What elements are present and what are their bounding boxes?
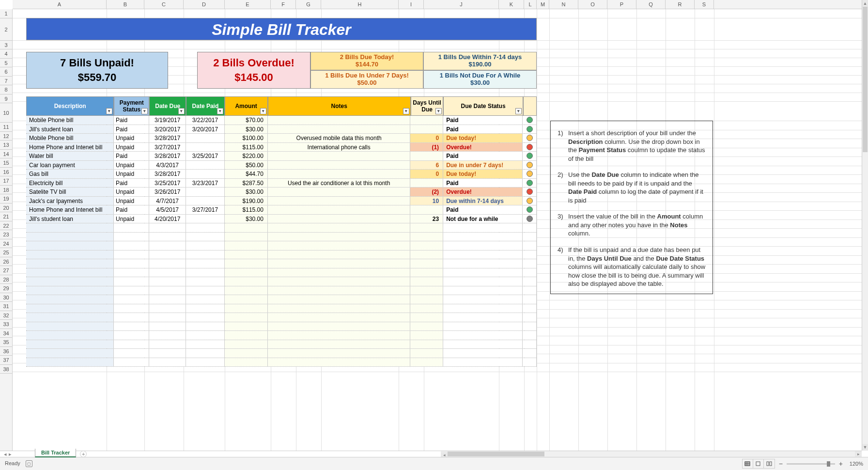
column-header[interactable]: B	[107, 0, 144, 9]
row-header[interactable]: 10	[0, 103, 12, 123]
cell-date-due[interactable]: 4/3/2017	[149, 161, 186, 170]
cell-date-paid[interactable]	[186, 340, 225, 349]
cell-description[interactable]	[26, 268, 114, 277]
header-date-due[interactable]: Date Due▾	[149, 96, 186, 116]
cell-payment-status[interactable]	[114, 223, 149, 232]
cell-days-until-due[interactable]: 0	[410, 170, 443, 178]
column-header[interactable]: R	[666, 0, 695, 9]
cell-notes[interactable]	[268, 286, 410, 295]
cell-date-due[interactable]	[149, 286, 186, 295]
cell-payment-status[interactable]: Unpaid	[114, 197, 149, 205]
row-header[interactable]: 33	[0, 320, 12, 329]
column-header[interactable]: L	[524, 0, 537, 9]
column-header[interactable]: H	[321, 0, 399, 9]
cell-description[interactable]	[26, 349, 114, 358]
cell-amount[interactable]	[225, 259, 268, 268]
cell-date-due[interactable]	[149, 304, 186, 313]
cell-payment-status[interactable]	[114, 313, 149, 322]
cell-date-due[interactable]	[149, 295, 186, 304]
cell-days-until-due[interactable]: 0	[410, 134, 443, 142]
table-row[interactable]: Car loan paymentUnpaid4/3/2017$50.006Due…	[26, 161, 537, 170]
cell-due-date-status[interactable]	[443, 349, 523, 358]
cell-payment-status[interactable]	[114, 251, 149, 259]
cell-date-paid[interactable]: 3/23/2017	[186, 179, 225, 188]
row-header[interactable]: 32	[0, 311, 12, 320]
header-notes[interactable]: Notes▾	[268, 96, 411, 116]
cell-date-due[interactable]: 4/7/2017	[149, 197, 186, 205]
column-header[interactable]: M	[537, 0, 549, 9]
cell-days-until-due[interactable]	[410, 322, 443, 331]
header-days-until-due[interactable]: Days Until Due▾	[411, 96, 443, 116]
zoom-in-button[interactable]: +	[839, 460, 843, 468]
row-header[interactable]: 6	[0, 67, 12, 77]
cell-description[interactable]	[26, 358, 114, 367]
cell-description[interactable]	[26, 304, 114, 313]
column-header[interactable]: J	[424, 0, 499, 9]
table-row[interactable]	[26, 259, 537, 268]
column-header[interactable]: K	[499, 0, 524, 9]
cell-amount[interactable]	[225, 295, 268, 304]
cell-date-paid[interactable]	[186, 143, 225, 152]
cell-days-until-due[interactable]	[410, 205, 443, 214]
cell-days-until-due[interactable]	[410, 304, 443, 313]
row-header[interactable]: 9	[0, 94, 12, 104]
cell-date-due[interactable]	[149, 251, 186, 259]
filter-icon[interactable]: ▾	[178, 108, 185, 114]
row-header[interactable]: 31	[0, 302, 12, 311]
cell-date-paid[interactable]	[186, 295, 225, 304]
cell-due-date-status[interactable]	[443, 233, 523, 241]
cell-description[interactable]: Home Phone and Intenet bill	[26, 143, 114, 152]
cell-days-until-due[interactable]	[410, 152, 443, 160]
table-row[interactable]	[26, 295, 537, 304]
row-header[interactable]: 34	[0, 329, 12, 338]
cell-amount[interactable]: $50.00	[225, 161, 268, 170]
cell-due-date-status[interactable]	[443, 304, 523, 313]
cell-due-date-status[interactable]	[443, 259, 523, 268]
cell-description[interactable]: Car loan payment	[26, 161, 114, 170]
cell-payment-status[interactable]: Paid	[114, 179, 149, 188]
row-header[interactable]: 22	[0, 221, 12, 231]
cell-amount[interactable]	[225, 322, 268, 331]
cell-description[interactable]	[26, 340, 114, 349]
table-row[interactable]: Jill's student loanPaid3/20/20173/20/201…	[26, 125, 537, 134]
table-row[interactable]: Electricity billPaid3/25/20173/23/2017$2…	[26, 179, 537, 188]
cell-due-date-status[interactable]	[443, 313, 523, 322]
filter-icon[interactable]: ▾	[260, 108, 266, 114]
filter-icon[interactable]: ▾	[141, 108, 148, 114]
cell-payment-status[interactable]	[114, 268, 149, 277]
cell-date-paid[interactable]: 3/20/2017	[186, 125, 225, 134]
cell-amount[interactable]	[225, 304, 268, 313]
scroll-up-icon[interactable]: ▲	[862, 0, 868, 7]
cell-payment-status[interactable]	[114, 277, 149, 286]
cell-description[interactable]	[26, 322, 114, 331]
cell-payment-status[interactable]: Unpaid	[114, 188, 149, 196]
cell-description[interactable]: Jill's student loan	[26, 125, 114, 134]
cell-description[interactable]: Mobile Phone bill	[26, 134, 114, 142]
table-row[interactable]	[26, 286, 537, 296]
cell-due-date-status[interactable]: Due within 7-14 days	[443, 197, 523, 205]
row-header[interactable]: 19	[0, 194, 12, 204]
cell-payment-status[interactable]: Unpaid	[114, 134, 149, 142]
row-header[interactable]: 28	[0, 275, 12, 284]
cell-days-until-due[interactable]	[410, 233, 443, 241]
column-header[interactable]: O	[578, 0, 607, 9]
table-row[interactable]: Mobile Phone billUnpaid3/28/2017$100.00O…	[26, 134, 537, 143]
cell-notes[interactable]	[268, 349, 410, 358]
row-header[interactable]: 26	[0, 257, 12, 266]
column-header[interactable]: A	[13, 0, 107, 9]
cell-date-paid[interactable]	[186, 188, 225, 196]
cell-date-due[interactable]	[149, 340, 186, 349]
cell-description[interactable]	[26, 233, 114, 241]
cell-date-due[interactable]: 3/20/2017	[149, 125, 186, 134]
cell-notes[interactable]	[268, 161, 410, 170]
scroll-down-icon[interactable]: ▼	[862, 444, 868, 451]
cell-amount[interactable]: $70.00	[225, 116, 268, 125]
cell-date-paid[interactable]	[186, 233, 225, 241]
cell-due-date-status[interactable]: Paid	[443, 152, 523, 160]
cell-description[interactable]: Home Phone and Intenet bill	[26, 205, 114, 214]
cell-date-paid[interactable]	[186, 134, 225, 142]
cell-amount[interactable]: $115.00	[225, 205, 268, 214]
scroll-thumb-h[interactable]	[448, 452, 544, 456]
row-header[interactable]: 25	[0, 248, 12, 257]
cell-amount[interactable]: $30.00	[225, 215, 268, 223]
